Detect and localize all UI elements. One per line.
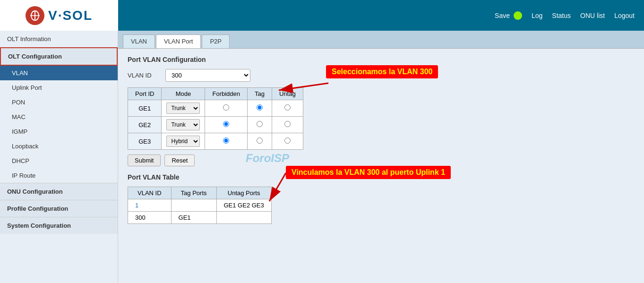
- mode-ge1-select[interactable]: Trunk Access Hybrid: [166, 103, 200, 114]
- main-layout: OLT Information OLT Configuration VLAN U…: [0, 31, 644, 283]
- untag-ge1-radio[interactable]: [284, 104, 291, 111]
- vlan-row2-untag: [216, 212, 271, 224]
- vlan-col-id: VLAN ID: [128, 187, 172, 199]
- sidebar-item-olt-info[interactable]: OLT Information: [0, 31, 118, 47]
- logo-text: V·SOL: [48, 8, 93, 23]
- port-vlan-table: Port ID Mode Forbidden Tag Untag GE1: [128, 87, 303, 150]
- vlan-row1-tag: [171, 199, 216, 212]
- mode-ge3-select[interactable]: Hybrid Access Trunk: [166, 136, 200, 147]
- tab-vlan[interactable]: VLAN: [123, 34, 155, 48]
- tab-bar: VLAN VLAN Port P2P: [118, 31, 644, 49]
- table-row: GE2 Trunk Access Hybrid: [128, 117, 303, 133]
- untag-ge2-cell: [272, 117, 303, 133]
- tab-vlan-port[interactable]: VLAN Port: [156, 34, 201, 48]
- annotation-1: Seleccionamos la VLAN 300: [326, 65, 438, 78]
- col-forbidden: Forbidden: [205, 88, 248, 100]
- onu-list-link[interactable]: ONU list: [580, 12, 605, 19]
- content-area: VLAN VLAN Port P2P Port VLAN Configurati…: [118, 31, 644, 283]
- mode-ge1-cell: Trunk Access Hybrid: [162, 100, 205, 117]
- sidebar-sub-loopback[interactable]: Loopback: [0, 139, 118, 154]
- logo: V·SOL: [26, 6, 93, 25]
- port-ge3: GE3: [128, 133, 162, 150]
- table-row: GE3 Hybrid Access Trunk: [128, 133, 303, 150]
- forbidden-ge3-radio[interactable]: [223, 137, 229, 144]
- vlan-data-table: VLAN ID Tag Ports Untag Ports 1 GE1 GE2 …: [128, 187, 272, 224]
- sidebar: OLT Information OLT Configuration VLAN U…: [0, 31, 118, 283]
- btn-row: Submit Reset: [128, 154, 635, 166]
- untag-ge2-radio[interactable]: [284, 121, 291, 127]
- header-nav: Save Log Status ONU list Logout: [118, 0, 644, 31]
- port-ge1: GE1: [128, 100, 162, 117]
- col-port-id: Port ID: [128, 88, 162, 100]
- annotation-2: Vinculamos la VLAN 300 al puerto Uplink …: [286, 166, 451, 179]
- table-row: GE1 Trunk Access Hybrid: [128, 100, 303, 117]
- forbidden-ge2-radio[interactable]: [223, 121, 229, 127]
- tag-ge2-radio[interactable]: [257, 121, 263, 127]
- vlan-row2-id: 300: [128, 212, 172, 224]
- sidebar-section-olt-config[interactable]: OLT Configuration: [0, 47, 118, 66]
- forbidden-ge2-cell: [205, 117, 248, 133]
- inner-content: Port VLAN Configuration Seleccionamos la…: [118, 49, 644, 231]
- sidebar-sub-dhcp[interactable]: DHCP: [0, 154, 118, 168]
- col-mode: Mode: [162, 88, 205, 100]
- logo-area: V·SOL: [0, 0, 118, 31]
- logo-icon: [26, 6, 44, 25]
- status-link[interactable]: Status: [552, 12, 571, 19]
- reset-button[interactable]: Reset: [164, 154, 195, 166]
- port-ge2: GE2: [128, 117, 162, 133]
- untag-ge3-cell: [272, 133, 303, 150]
- vlan-col-tag: Tag Ports: [171, 187, 216, 199]
- mode-ge2-select[interactable]: Trunk Access Hybrid: [166, 119, 200, 130]
- save-area: Save: [495, 11, 522, 20]
- vlan-row1-id: 1: [128, 199, 172, 212]
- col-tag: Tag: [248, 88, 272, 100]
- forbidden-ge3-cell: [205, 133, 248, 150]
- port-vlan-config-title: Port VLAN Configuration: [128, 56, 635, 63]
- col-untag: Untag: [272, 88, 303, 100]
- tag-ge3-cell: [248, 133, 272, 150]
- untag-ge1-cell: [272, 100, 303, 117]
- header: V·SOL Save Log Status ONU list Logout: [0, 0, 644, 31]
- annotation-area: Seleccionamos la VLAN 300 VLAN ID 300: [128, 69, 635, 224]
- vlan-id-select[interactable]: 300 1: [165, 69, 250, 82]
- sidebar-section-onu-config[interactable]: ONU Configuration: [0, 183, 118, 200]
- forbidden-ge1-radio[interactable]: [223, 104, 229, 111]
- vlan-col-untag: Untag Ports: [216, 187, 271, 199]
- tag-ge3-radio[interactable]: [257, 137, 263, 144]
- logout-link[interactable]: Logout: [614, 12, 635, 19]
- sidebar-sub-pon[interactable]: PON: [0, 95, 118, 110]
- tag-ge2-cell: [248, 117, 272, 133]
- tag-ge1-radio[interactable]: [257, 104, 263, 111]
- mode-ge2-cell: Trunk Access Hybrid: [162, 117, 205, 133]
- sidebar-sub-ip-route[interactable]: IP Route: [0, 168, 118, 183]
- forbidden-ge1-cell: [205, 100, 248, 117]
- vlan-table-row: 1 GE1 GE2 GE3: [128, 199, 272, 212]
- untag-ge3-radio[interactable]: [284, 137, 291, 144]
- mode-ge3-cell: Hybrid Access Trunk: [162, 133, 205, 150]
- vlan-table-section: Port VLAN Table VLAN ID Tag Ports Untag …: [128, 173, 635, 224]
- save-label: Save: [495, 12, 510, 19]
- sidebar-sub-mac[interactable]: MAC: [0, 110, 118, 124]
- submit-button[interactable]: Submit: [128, 154, 161, 166]
- vlan-row2-tag: GE1: [171, 212, 216, 224]
- tag-ge1-cell: [248, 100, 272, 117]
- vlan-table-row: 300 GE1: [128, 212, 272, 224]
- vlan-id-label: VLAN ID: [128, 72, 161, 79]
- log-link[interactable]: Log: [532, 12, 542, 19]
- tab-p2p[interactable]: P2P: [202, 34, 230, 48]
- sidebar-sub-vlan[interactable]: VLAN: [0, 66, 118, 80]
- sidebar-section-system-config[interactable]: System Configuration: [0, 217, 118, 234]
- status-indicator: [514, 11, 522, 20]
- sidebar-section-profile-config[interactable]: Profile Configuration: [0, 200, 118, 217]
- sidebar-sub-uplink-port[interactable]: Uplink Port: [0, 80, 118, 95]
- vlan-row1-untag: GE1 GE2 GE3: [216, 199, 271, 212]
- sidebar-sub-igmp[interactable]: IGMP: [0, 124, 118, 139]
